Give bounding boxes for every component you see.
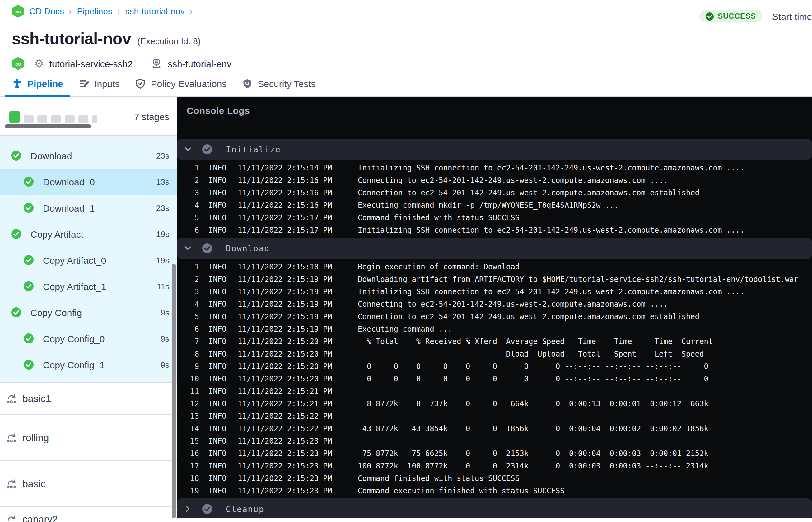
stage-label: Download_0 [43, 176, 95, 187]
log-line: 15INFO11/11/2022 2:15:23 PM [177, 435, 812, 447]
tab-inputs[interactable]: Inputs [72, 71, 127, 97]
title-row: ssh-tutorial-nov (Execution Id: 8) [12, 29, 812, 48]
log-line-number: 9 [177, 362, 199, 371]
log-level: INFO [208, 462, 238, 470]
redeploy-icon [6, 514, 17, 522]
execution-item[interactable]: canary2 [0, 507, 177, 522]
policy-shield-check-icon [135, 78, 146, 89]
environment-name[interactable]: ssh-tutorial-env [168, 58, 231, 69]
log-timestamp: 11/11/2022 2:15:20 PM [238, 362, 358, 371]
log-level: INFO [208, 399, 238, 408]
log-section-header[interactable]: Cleanup [177, 498, 812, 518]
success-check-icon [11, 150, 21, 161]
stage-row[interactable]: Download_013s [0, 168, 177, 195]
log-level: INFO [208, 164, 238, 172]
stage-label: Download_1 [43, 202, 95, 213]
stage-row[interactable]: Copy Artifact_111s [0, 273, 177, 299]
execution-item[interactable]: rolling [0, 415, 177, 461]
log-host-link[interactable]: ec2-54-201-142-249.us-west-2.compute.ama… [497, 287, 722, 296]
log-host-link[interactable]: ec2-54-201-142-249.us-west-2.compute.ama… [421, 176, 645, 185]
log-host-link[interactable]: ec2-54-201-142-249.us-west-2.compute.ama… [421, 312, 645, 321]
tab-bar: PipelineInputsPolicy EvaluationsSecurity… [0, 71, 812, 97]
log-timestamp: 11/11/2022 2:15:20 PM [238, 337, 358, 346]
log-line-number: 6 [177, 226, 199, 235]
service-name[interactable]: tutorial-service-ssh2 [49, 58, 133, 69]
environment-icon [151, 58, 162, 69]
stage-summary: 7 stages [0, 97, 177, 136]
stages-sidebar: 7 stages Download23sDownload_013sDownloa… [0, 97, 177, 518]
stage-duration: 23s [156, 151, 169, 160]
stage-row[interactable]: Copy Config_09s [0, 325, 177, 352]
stage-row[interactable]: Copy Artifact19s [0, 221, 177, 247]
log-section-header[interactable]: Download [177, 238, 812, 259]
log-line: 16INFO11/11/2022 2:15:23 PM 75 8772k 75 … [177, 447, 812, 460]
success-check-icon [24, 334, 34, 343]
log-section-header[interactable]: Initialize [177, 139, 812, 160]
log-text: Command execution finished with status S… [358, 486, 565, 495]
log-host-link[interactable]: ec2-54-201-142-249.us-west-2.compute.ama… [421, 300, 645, 308]
tab-security-tests[interactable]: Security Tests [235, 71, 322, 97]
log-message: Executing command ... [358, 325, 812, 334]
breadcrumb-link[interactable]: CD Docs [29, 6, 64, 16]
log-message: Connecting to ec2-54-201-142-249.us-west… [358, 300, 812, 308]
log-line: 10INFO11/11/2022 2:15:20 PM 0 0 0 0 0 0 … [177, 373, 812, 385]
step-success-check-icon [202, 144, 212, 154]
log-level: INFO [208, 201, 238, 210]
log-line-number: 10 [177, 375, 199, 383]
stage-progress-square [37, 115, 47, 123]
harness-cd-logo-icon: ∞ [12, 5, 24, 18]
tab-policy-evaluations[interactable]: Policy Evaluations [128, 71, 234, 97]
log-level: INFO [208, 474, 238, 483]
stage-row[interactable]: Download23s [0, 142, 177, 168]
log-line: 4INFO11/11/2022 2:15:19 PMConnecting to … [177, 298, 812, 310]
log-text: Executing command mkdir -p /tmp/WYQNESE_… [358, 201, 618, 210]
breadcrumb-link[interactable]: Pipelines [77, 6, 112, 16]
log-timestamp: 11/11/2022 2:15:17 PM [238, 226, 358, 235]
log-message: Executing command mkdir -p /tmp/WYQNESE_… [358, 201, 812, 210]
log-text: .... [646, 300, 668, 308]
log-line: 17INFO11/11/2022 2:15:23 PM100 8772k 100… [177, 460, 812, 472]
stage-row[interactable]: Download_123s [0, 195, 177, 221]
execution-item[interactable]: basic1 [0, 383, 177, 415]
log-level: INFO [208, 350, 238, 358]
inputs-icon [79, 78, 89, 89]
log-text: established [646, 312, 699, 321]
stage-progress-square [9, 111, 20, 123]
stage-row[interactable]: Copy Artifact_019s [0, 247, 177, 273]
stage-progress-square [51, 115, 61, 123]
stage-row[interactable]: Copy Config_19s [0, 352, 177, 378]
console-title: Console Logs [187, 105, 250, 116]
log-timestamp: 11/11/2022 2:15:20 PM [238, 375, 358, 383]
log-section-name: Initialize [226, 145, 281, 154]
log-timestamp: 11/11/2022 2:15:19 PM [238, 312, 358, 321]
log-timestamp: 11/11/2022 2:15:16 PM [238, 188, 358, 197]
log-level: INFO [208, 188, 238, 197]
log-line: 6INFO11/11/2022 2:15:17 PMInitializing S… [177, 224, 812, 236]
log-message: 0 0 0 0 0 0 0 0 --:--:-- --:--:-- --:--:… [358, 375, 812, 383]
log-host-link[interactable]: ec2-54-201-142-249.us-west-2.compute.ama… [421, 188, 645, 197]
log-host-link[interactable]: ec2-54-201-142-249.us-west-2.compute.ama… [497, 226, 722, 235]
execution-list: basic1rollingbasiccanary2 [0, 383, 177, 522]
stage-row[interactable]: Copy Config9s [0, 299, 177, 325]
breadcrumb-separator-icon: › [117, 6, 120, 16]
sidebar-vertical-scrollbar[interactable] [172, 264, 176, 518]
log-level: INFO [208, 287, 238, 296]
harness-cd-logo-icon: ∞ [12, 57, 24, 70]
stage-progress-horizontal-scrollbar[interactable] [5, 124, 91, 128]
log-host-link[interactable]: ec2-54-201-142-249.us-west-2.compute.ama… [497, 164, 722, 172]
log-level: INFO [208, 486, 238, 495]
log-section-name: Cleanup [226, 504, 264, 514]
log-message: % Total % Received % Xferd Average Speed… [358, 337, 812, 346]
console-header: Console Logs [177, 97, 812, 124]
log-level: INFO [208, 387, 238, 396]
log-line-number: 11 [177, 387, 199, 396]
log-message: Command finished with status SUCCESS [358, 474, 812, 483]
tab-pipeline[interactable]: Pipeline [5, 71, 70, 97]
stage-progress-squares [9, 111, 97, 123]
breadcrumb-link[interactable]: ssh-tutorial-nov [125, 6, 184, 16]
log-message: Initializing SSH connection to ec2-54-20… [358, 287, 812, 296]
log-timestamp: 11/11/2022 2:15:16 PM [238, 176, 358, 185]
log-text: Begin execution of command: Download [358, 263, 520, 271]
status-badge-label: SUCCESS [718, 12, 756, 21]
execution-item[interactable]: basic [0, 461, 177, 507]
